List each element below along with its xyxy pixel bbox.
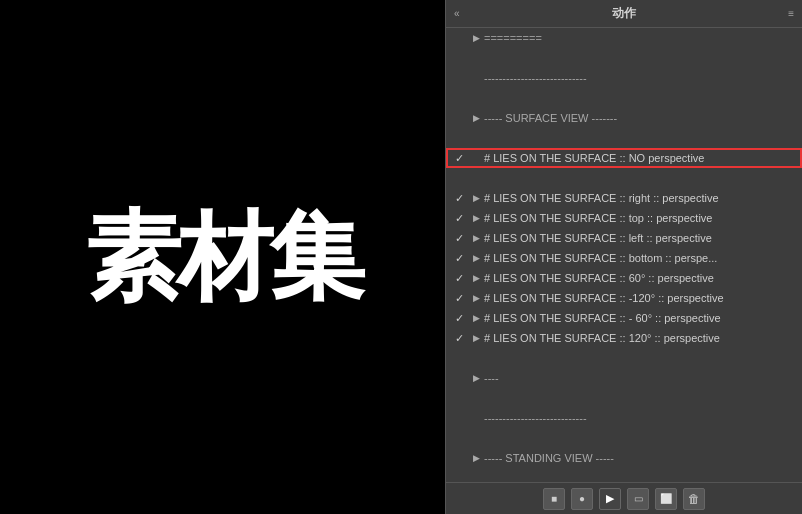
expand-arrow: ▶ bbox=[473, 233, 480, 243]
arrow-col: ▶ bbox=[468, 293, 484, 303]
item-label: # LIES ON THE SURFACE :: left :: perspec… bbox=[484, 232, 798, 244]
list-item[interactable]: ✓▶# LIES ON THE SURFACE :: -120° :: pers… bbox=[446, 288, 802, 308]
item-label: ----- SURFACE VIEW ------- bbox=[484, 112, 798, 124]
list-item[interactable]: ▶========= bbox=[446, 28, 802, 48]
checkmark: ✓ bbox=[455, 292, 464, 305]
play-icon: ▶ bbox=[606, 492, 614, 505]
panel-header-left: « bbox=[454, 8, 460, 19]
list-item[interactable] bbox=[446, 428, 802, 448]
arrow-col: ▶ bbox=[468, 313, 484, 323]
item-label: # LIES ON THE SURFACE :: NO perspective bbox=[484, 152, 798, 164]
check-col: ✓ bbox=[450, 312, 468, 325]
expand-arrow: ▶ bbox=[473, 273, 480, 283]
list-item[interactable]: ▶---- bbox=[446, 368, 802, 388]
item-label: ----- STANDING VIEW ----- bbox=[484, 452, 798, 464]
check-col: ✓ bbox=[450, 152, 468, 165]
item-label: # LIES ON THE SURFACE :: 120° :: perspec… bbox=[484, 332, 798, 344]
arrow-col: ▶ bbox=[468, 113, 484, 123]
check-col: ✓ bbox=[450, 192, 468, 205]
expand-arrow: ▶ bbox=[473, 373, 480, 383]
checkmark: ✓ bbox=[455, 332, 464, 345]
expand-arrow: ▶ bbox=[473, 213, 480, 223]
panel-header: « 动作 ≡ bbox=[446, 0, 802, 28]
list-item[interactable]: ✓▶# LIES ON THE SURFACE :: top :: perspe… bbox=[446, 208, 802, 228]
item-label: ---- bbox=[484, 372, 798, 384]
list-item[interactable]: ---------------------------- bbox=[446, 408, 802, 428]
item-label: ========= bbox=[484, 32, 798, 44]
check-col: ✓ bbox=[450, 212, 468, 225]
expand-arrow: ▶ bbox=[473, 453, 480, 463]
arrow-col: ▶ bbox=[468, 273, 484, 283]
expand-arrow: ▶ bbox=[473, 313, 480, 323]
list-item[interactable]: ▶----- SURFACE VIEW ------- bbox=[446, 108, 802, 128]
checkmark: ✓ bbox=[455, 212, 464, 225]
item-label: # LIES ON THE SURFACE :: top :: perspect… bbox=[484, 212, 798, 224]
arrow-col: ▶ bbox=[468, 193, 484, 203]
expand-arrow: ▶ bbox=[473, 293, 480, 303]
canvas-japanese-text: 素材集 bbox=[85, 209, 361, 305]
checkmark: ✓ bbox=[455, 312, 464, 325]
list-item[interactable] bbox=[446, 468, 802, 482]
expand-arrow: ▶ bbox=[473, 333, 480, 343]
list-item[interactable]: ▶----- STANDING VIEW ----- bbox=[446, 448, 802, 468]
list-item[interactable]: ✓▶# LIES ON THE SURFACE :: 60° :: perspe… bbox=[446, 268, 802, 288]
list-item[interactable]: ---------------------------- bbox=[446, 68, 802, 88]
expand-arrow: ▶ bbox=[473, 193, 480, 203]
arrow-col: ▶ bbox=[468, 33, 484, 43]
panel-menu-icon[interactable]: ≡ bbox=[788, 8, 794, 19]
arrow-col: ▶ bbox=[468, 373, 484, 383]
delete-icon: 🗑 bbox=[688, 492, 700, 506]
play-button[interactable]: ▶ bbox=[599, 488, 621, 510]
new-action-button[interactable]: ⬜ bbox=[655, 488, 677, 510]
arrow-col: ▶ bbox=[468, 453, 484, 463]
list-item[interactable] bbox=[446, 348, 802, 368]
action-list[interactable]: ▶=========----------------------------▶-… bbox=[446, 28, 802, 482]
list-item[interactable] bbox=[446, 388, 802, 408]
list-item[interactable]: ✓▶# LIES ON THE SURFACE :: left :: persp… bbox=[446, 228, 802, 248]
record-button[interactable]: ● bbox=[571, 488, 593, 510]
new-action-set-button[interactable]: ▭ bbox=[627, 488, 649, 510]
item-label: # LIES ON THE SURFACE :: - 60° :: perspe… bbox=[484, 312, 798, 324]
item-label: # LIES ON THE SURFACE :: right :: perspe… bbox=[484, 192, 798, 204]
collapse-icon[interactable]: « bbox=[454, 8, 460, 19]
check-col: ✓ bbox=[450, 252, 468, 265]
folder-icon: ▭ bbox=[634, 493, 643, 504]
expand-arrow: ▶ bbox=[473, 253, 480, 263]
arrow-col: ▶ bbox=[468, 213, 484, 223]
expand-arrow: ▶ bbox=[473, 33, 480, 43]
canvas-area: 素材集 bbox=[0, 0, 445, 514]
list-item[interactable]: ✓▶# LIES ON THE SURFACE :: right :: pers… bbox=[446, 188, 802, 208]
list-item[interactable] bbox=[446, 168, 802, 188]
list-item[interactable] bbox=[446, 128, 802, 148]
arrow-col: ▶ bbox=[468, 333, 484, 343]
stop-button[interactable]: ■ bbox=[543, 488, 565, 510]
toolbar: ■ ● ▶ ▭ ⬜ 🗑 bbox=[446, 482, 802, 514]
list-item[interactable]: ✓▶# LIES ON THE SURFACE :: bottom :: per… bbox=[446, 248, 802, 268]
list-item[interactable] bbox=[446, 88, 802, 108]
item-label: # LIES ON THE SURFACE :: bottom :: persp… bbox=[484, 252, 798, 264]
list-item[interactable]: ✓# LIES ON THE SURFACE :: NO perspective bbox=[446, 148, 802, 168]
stop-icon: ■ bbox=[551, 493, 557, 504]
list-item[interactable] bbox=[446, 48, 802, 68]
check-col: ✓ bbox=[450, 292, 468, 305]
check-col: ✓ bbox=[450, 232, 468, 245]
item-label: # LIES ON THE SURFACE :: -120° :: perspe… bbox=[484, 292, 798, 304]
check-col: ✓ bbox=[450, 272, 468, 285]
list-item[interactable]: ✓▶# LIES ON THE SURFACE :: 120° :: persp… bbox=[446, 328, 802, 348]
checkmark: ✓ bbox=[455, 192, 464, 205]
check-col: ✓ bbox=[450, 332, 468, 345]
checkmark: ✓ bbox=[455, 152, 464, 165]
record-icon: ● bbox=[579, 493, 585, 504]
expand-arrow: ▶ bbox=[473, 113, 480, 123]
actions-panel: « 动作 ≡ ▶=========-----------------------… bbox=[445, 0, 802, 514]
item-label: ---------------------------- bbox=[484, 412, 798, 424]
checkmark: ✓ bbox=[455, 232, 464, 245]
panel-title: 动作 bbox=[612, 5, 636, 22]
delete-button[interactable]: 🗑 bbox=[683, 488, 705, 510]
item-label: # LIES ON THE SURFACE :: 60° :: perspect… bbox=[484, 272, 798, 284]
new-icon: ⬜ bbox=[660, 493, 672, 504]
list-item[interactable]: ✓▶# LIES ON THE SURFACE :: - 60° :: pers… bbox=[446, 308, 802, 328]
arrow-col: ▶ bbox=[468, 253, 484, 263]
arrow-col: ▶ bbox=[468, 233, 484, 243]
checkmark: ✓ bbox=[455, 272, 464, 285]
